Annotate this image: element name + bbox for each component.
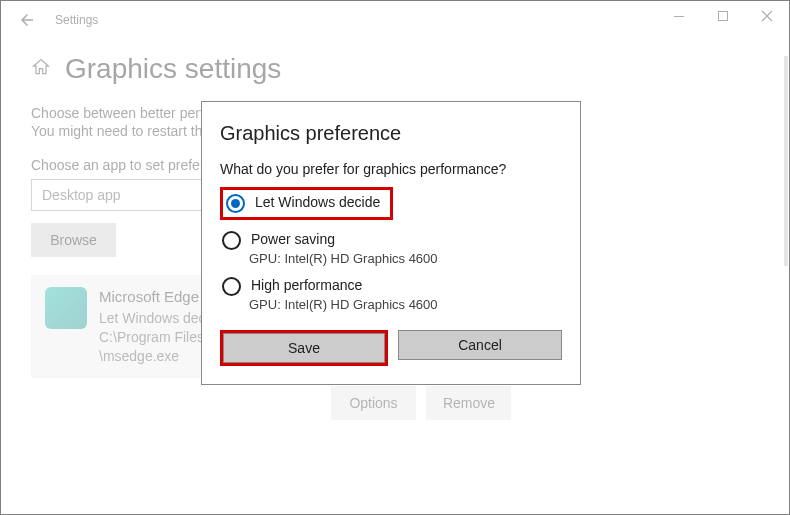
graphics-preference-dialog: Graphics preference What do you prefer f… xyxy=(201,101,581,385)
cancel-button[interactable]: Cancel xyxy=(398,330,562,360)
radio-sub-high-performance: GPU: Intel(R) HD Graphics 4600 xyxy=(249,297,562,312)
radio-icon xyxy=(222,277,241,296)
radio-power-saving[interactable]: Power saving xyxy=(220,228,562,253)
radio-label-2: Power saving xyxy=(251,231,335,247)
radio-label-3: High performance xyxy=(251,277,362,293)
radio-icon-selected xyxy=(226,194,245,213)
radio-label-1: Let Windows decide xyxy=(255,194,380,210)
save-button[interactable]: Save xyxy=(223,333,385,363)
radio-sub-power-saving: GPU: Intel(R) HD Graphics 4600 xyxy=(249,251,562,266)
radio-high-performance[interactable]: High performance xyxy=(220,274,562,299)
highlight-let-windows-decide: Let Windows decide xyxy=(220,187,393,220)
radio-icon xyxy=(222,231,241,250)
radio-let-windows-decide[interactable]: Let Windows decide xyxy=(224,191,382,216)
dialog-question: What do you prefer for graphics performa… xyxy=(220,161,562,177)
highlight-save-button: Save xyxy=(220,330,388,366)
dialog-title: Graphics preference xyxy=(220,122,562,145)
